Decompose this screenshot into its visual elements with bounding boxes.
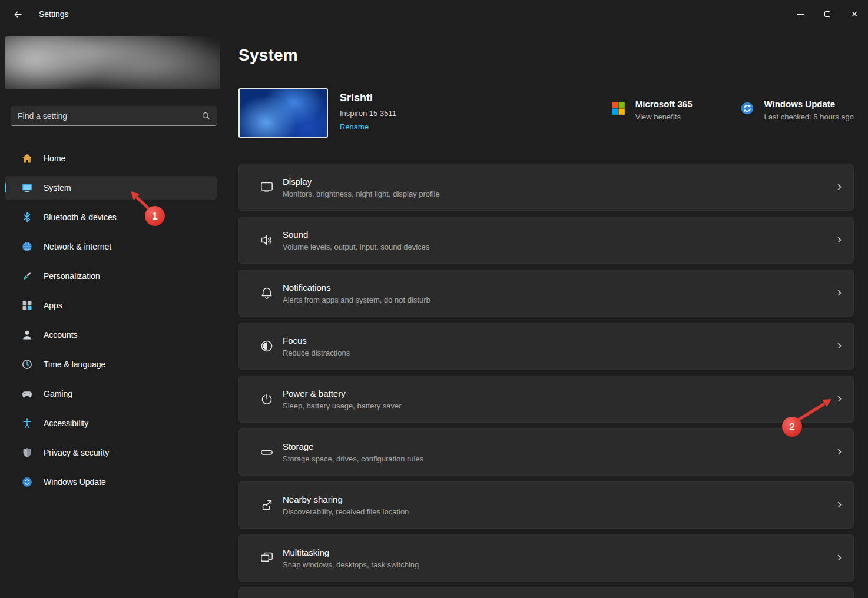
sidebar-item-windows-update[interactable]: Windows Update xyxy=(5,470,217,494)
row-text: Sound Volume levels, output, input, soun… xyxy=(283,230,429,251)
row-text: Notifications Alerts from apps and syste… xyxy=(283,283,430,304)
minimize-icon xyxy=(797,14,804,15)
speaker-icon xyxy=(260,233,274,247)
chevron-right-icon: › xyxy=(837,392,842,407)
sidebar-item-label: Time & language xyxy=(44,360,105,369)
row-title: Nearby sharing xyxy=(283,494,409,504)
minimize-button[interactable] xyxy=(787,0,814,28)
row-text: Display Monitors, brightness, night ligh… xyxy=(283,177,440,198)
sidebar-item-personalization[interactable]: Personalization xyxy=(5,264,217,288)
sidebar-item-home[interactable]: Home xyxy=(5,147,217,170)
sidebar-item-gaming[interactable]: Gaming xyxy=(5,382,217,406)
search-input[interactable] xyxy=(18,111,201,121)
sidebar-item-label: Gaming xyxy=(44,389,72,398)
settings-row-notifications[interactable]: Notifications Alerts from apps and syste… xyxy=(238,270,854,317)
sidebar-item-privacy-security[interactable]: Privacy & security xyxy=(5,441,217,464)
row-title: Display xyxy=(283,177,440,187)
shield-icon xyxy=(21,447,33,459)
row-title: Notifications xyxy=(283,283,430,293)
sidebar-item-apps[interactable]: Apps xyxy=(5,294,217,317)
bluetooth-icon xyxy=(21,211,33,223)
sidebar-nav: Home System Bluetooth & devices Network … xyxy=(5,147,217,494)
sidebar-item-accessibility[interactable]: Accessibility xyxy=(5,411,217,435)
sidebar: Home System Bluetooth & devices Network … xyxy=(0,28,228,598)
chevron-right-icon: › xyxy=(837,498,842,513)
microsoft-logo-icon xyxy=(611,101,626,116)
back-button[interactable] xyxy=(6,4,29,24)
row-subtitle: Volume levels, output, input, sound devi… xyxy=(283,242,429,251)
sidebar-item-bluetooth-devices[interactable]: Bluetooth & devices xyxy=(5,205,217,229)
device-info: Srishti Inspiron 15 3511 Rename xyxy=(340,92,396,132)
windows-update-title: Windows Update xyxy=(764,99,854,109)
window-title: Settings xyxy=(39,9,69,19)
paintbrush-icon xyxy=(21,270,33,282)
settings-row-focus[interactable]: Focus Reduce distractions › xyxy=(238,323,854,370)
row-subtitle: Discoverability, received files location xyxy=(283,507,409,516)
microsoft-365-title: Microsoft 365 xyxy=(635,99,693,109)
multitasking-windows-icon xyxy=(260,551,274,565)
windows-update-icon xyxy=(21,476,33,488)
device-model: Inspiron 15 3511 xyxy=(340,109,396,118)
row-text: Focus Reduce distractions xyxy=(283,335,350,357)
row-subtitle: Reduce distractions xyxy=(283,348,350,357)
accessibility-person-icon xyxy=(21,417,33,429)
microsoft-365-subtitle[interactable]: View benefits xyxy=(635,112,693,121)
display-icon xyxy=(260,180,274,194)
windows-update-subtitle: Last checked: 5 hours ago xyxy=(764,112,854,121)
sidebar-item-accounts[interactable]: Accounts xyxy=(5,323,217,347)
row-title: Multitasking xyxy=(283,547,419,557)
settings-rows: Display Monitors, brightness, night ligh… xyxy=(238,164,854,598)
close-button[interactable]: × xyxy=(841,0,868,28)
device-header: Srishti Inspiron 15 3511 Rename Microsof… xyxy=(238,88,854,138)
sidebar-item-label: Privacy & security xyxy=(44,448,109,457)
windows-update-text: Windows Update Last checked: 5 hours ago xyxy=(764,99,854,121)
globe-icon xyxy=(21,241,33,253)
user-profile-blurred[interactable] xyxy=(5,36,220,89)
sidebar-item-system[interactable]: System xyxy=(5,176,217,200)
search-icon[interactable] xyxy=(201,111,211,121)
microsoft-365-text: Microsoft 365 View benefits xyxy=(635,99,693,121)
windows-update-card[interactable]: Windows Update Last checked: 5 hours ago xyxy=(740,99,854,121)
row-subtitle: Storage space, drives, configuration rul… xyxy=(283,454,423,463)
search-box[interactable] xyxy=(11,106,217,126)
settings-row-nearby-sharing[interactable]: Nearby sharing Discoverability, received… xyxy=(238,481,854,529)
row-title: Power & battery xyxy=(283,388,402,398)
page-title: System xyxy=(238,46,854,65)
settings-row-display[interactable]: Display Monitors, brightness, night ligh… xyxy=(238,164,854,211)
device-name: Srishti xyxy=(340,92,396,104)
maximize-button[interactable] xyxy=(814,0,841,28)
rename-link[interactable]: Rename xyxy=(340,122,369,131)
windows-update-status-icon xyxy=(740,101,755,116)
row-subtitle: Sleep, battery usage, battery saver xyxy=(283,401,402,410)
clock-icon xyxy=(21,358,33,370)
settings-row-power-battery[interactable]: Power & battery Sleep, battery usage, ba… xyxy=(238,376,854,423)
row-title: Sound xyxy=(283,230,429,240)
settings-row-partial[interactable] xyxy=(238,587,854,598)
sidebar-item-network-internet[interactable]: Network & internet xyxy=(5,235,217,258)
settings-row-sound[interactable]: Sound Volume levels, output, input, soun… xyxy=(238,217,854,264)
system-icon xyxy=(21,182,33,194)
chevron-right-icon: › xyxy=(837,551,842,566)
settings-row-storage[interactable]: Storage Storage space, drives, configura… xyxy=(238,428,854,476)
profile-blur xyxy=(5,36,220,89)
bell-icon xyxy=(260,286,274,300)
chevron-right-icon: › xyxy=(837,233,842,248)
sidebar-item-label: Network & internet xyxy=(44,242,111,251)
sidebar-item-label: Home xyxy=(44,154,65,163)
row-title: Focus xyxy=(283,335,350,345)
sidebar-item-time-language[interactable]: Time & language xyxy=(5,353,217,376)
device-wallpaper-thumbnail xyxy=(238,88,328,138)
microsoft-365-card[interactable]: Microsoft 365 View benefits xyxy=(611,99,693,121)
sidebar-item-label: Bluetooth & devices xyxy=(44,212,117,222)
settings-row-multitasking[interactable]: Multitasking Snap windows, desktops, tas… xyxy=(238,534,854,582)
sidebar-item-label: Apps xyxy=(44,301,62,310)
row-text: Nearby sharing Discoverability, received… xyxy=(283,494,409,516)
sidebar-item-label: Personalization xyxy=(44,271,100,281)
row-text: Multitasking Snap windows, desktops, tas… xyxy=(283,547,419,569)
home-icon xyxy=(21,152,33,164)
storage-drive-icon xyxy=(260,445,274,459)
chevron-right-icon: › xyxy=(837,339,842,354)
focus-icon xyxy=(260,339,274,353)
person-icon xyxy=(21,329,33,341)
row-subtitle: Snap windows, desktops, task switching xyxy=(283,560,419,569)
